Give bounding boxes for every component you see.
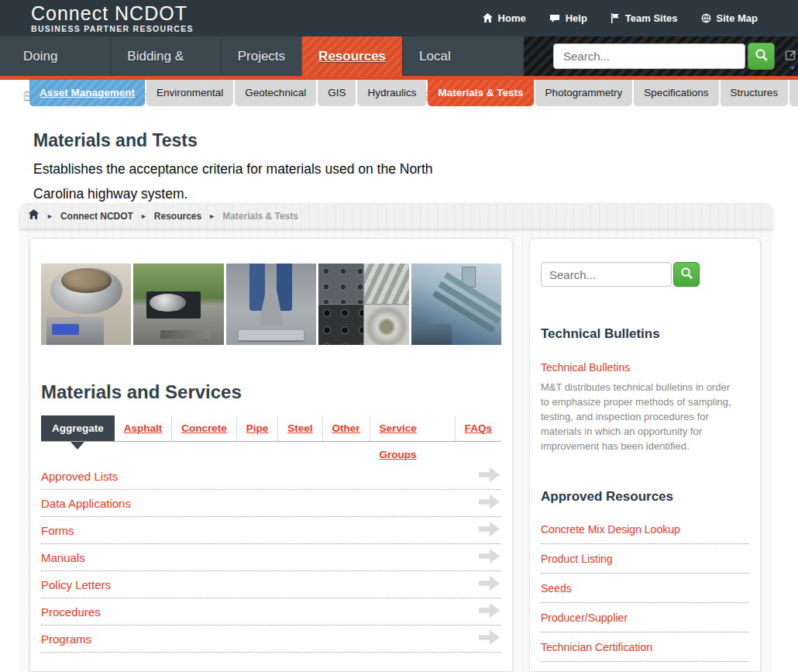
link-policy-letters[interactable]: Policy Letters [41,578,111,591]
utility-link-team-sites[interactable]: Team Sites [611,12,678,24]
utility-link-label: Home [498,12,526,24]
subnav-tab-geotechnical[interactable]: Geotechnical [235,80,316,106]
right-arrow-icon [479,495,500,512]
link-technician-certification[interactable]: Technician Certification [541,641,652,653]
breadcrumb-separator: ► [140,212,147,220]
home-icon [483,13,493,23]
nav-item-resources[interactable]: Resources [301,36,402,76]
content-wrapper: ► Connect NCDOT ► Resources ► Materials … [19,203,773,672]
utility-link-label: Team Sites [625,12,678,24]
breadcrumb-link-resources[interactable]: Resources [154,211,201,222]
list-item[interactable]: Forms [41,517,501,544]
link-product-listing[interactable]: Product Listing [541,553,613,565]
aggregate-links-list: Approved Lists Data Applications Forms M… [41,463,501,653]
link-procedures[interactable]: Procedures [41,605,101,619]
main-nav: Doing Business Bidding & Letting Project… [0,36,798,76]
active-tab-pointer-icon [71,442,84,450]
sidebar-search [541,262,749,287]
main-content-card: Materials and Services Aggregate Asphalt… [29,238,513,672]
nav-item-doing-business[interactable]: Doing Business [7,36,110,76]
photo-concrete-slump-test [226,264,316,345]
photo-aggregate-scale [41,264,131,345]
breadcrumb-home-icon[interactable] [28,209,40,222]
page-intro: Materials and Tests Establishes the acce… [33,130,483,206]
right-arrow-icon [479,630,500,648]
list-item[interactable]: Producer/Supplier [541,603,749,632]
photo-steel-bridge [411,264,501,345]
list-item[interactable]: Product Listing [541,544,749,574]
subnav-tab-specifications[interactable]: Specifications [634,80,718,106]
list-item[interactable]: Programs [41,625,501,653]
breadcrumb-separator: ► [208,212,215,220]
link-forms[interactable]: Forms [41,524,74,537]
right-arrow-icon [479,467,500,485]
help-icon [549,14,560,23]
list-item[interactable]: Approved Lists [41,463,501,490]
logo-title: Connect NCDOT [31,4,194,23]
utility-link-home[interactable]: Home [483,12,526,24]
approved-resources-heading: Approved Resources [541,489,749,505]
list-item[interactable]: Procedures [41,598,501,625]
list-item[interactable]: Minimum Sampling Guide [541,662,749,672]
tab-pipe[interactable]: Pipe [237,415,279,441]
breadcrumb-separator: ► [46,212,53,220]
tab-faqs[interactable]: FAQs [456,415,501,441]
link-data-applications[interactable]: Data Applications [41,497,131,510]
global-search-input[interactable] [553,43,745,69]
utility-link-label: Help [566,12,587,24]
tab-asphalt[interactable]: Asphalt [115,415,173,441]
page-description: Establishes the acceptance criteria for … [33,157,483,206]
materials-tabs: Aggregate Asphalt Concrete Pipe Steel Ot… [41,415,501,442]
tab-concrete[interactable]: Concrete [172,415,237,441]
breadcrumb-link-connect-ncdot[interactable]: Connect NCDOT [60,211,133,222]
link-programs[interactable]: Programs [41,632,91,646]
link-seeds[interactable]: Seeds [541,582,572,594]
tab-steel[interactable]: Steel [278,415,322,441]
sidebar-card: Technical Bulletins Technical Bulletins … [529,238,761,672]
site-logo[interactable]: Connect NCDOT BUSINESS PARTNER RESOURCES [31,4,194,33]
top-header: Connect NCDOT BUSINESS PARTNER RESOURCES… [0,0,798,36]
globe-icon [701,13,711,23]
nav-item-local-governments[interactable]: Local Governments [402,36,524,76]
photo-strip [41,264,501,345]
subnav-tab-gis[interactable]: GIS [318,80,356,106]
subnav-tab-asset-management[interactable]: Asset Management [29,80,145,106]
technical-bulletins-heading: Technical Bulletins [541,326,749,342]
utility-link-help[interactable]: Help [549,12,587,24]
list-item[interactable]: Manuals [41,544,501,571]
link-concrete-mix-design-lookup[interactable]: Concrete Mix Design Lookup [541,523,680,536]
tab-aggregate[interactable]: Aggregate [41,415,115,441]
list-item[interactable]: Data Applications [41,490,501,517]
subnav-tab-photogrammetry[interactable]: Photogrammetry [535,80,633,106]
page-actions-icon[interactable] [785,48,798,64]
tab-service-groups[interactable]: Service Groups [370,415,456,441]
list-item[interactable]: Policy Letters [41,571,501,598]
photo-pipes-collage [318,264,408,345]
subnav-tab-structures[interactable]: Structures [721,80,789,106]
global-search-button[interactable] [748,43,775,70]
logo-subtitle: BUSINESS PARTNER RESOURCES [31,25,194,33]
nav-item-bidding-letting[interactable]: Bidding & Letting [110,36,220,76]
subnav-tab-materials-tests[interactable]: Materials & Tests [428,80,533,106]
link-technical-bulletins[interactable]: Technical Bulletins [541,361,630,374]
list-item[interactable]: Concrete Mix Design Lookup [541,515,749,544]
link-manuals[interactable]: Manuals [41,551,85,564]
utility-link-site-map[interactable]: Site Map [701,12,758,24]
photo-asphalt-truck [133,264,223,345]
sidebar-search-input[interactable] [541,262,672,287]
tab-other[interactable]: Other [323,415,370,441]
link-producer-supplier[interactable]: Producer/Supplier [541,612,628,624]
nav-item-projects[interactable]: Projects [221,36,301,76]
list-item[interactable]: Seeds [541,574,749,603]
section-title: Materials and Services [41,381,501,403]
list-item[interactable]: Technician Certification [541,632,749,662]
link-approved-lists[interactable]: Approved Lists [41,470,118,483]
sub-nav: Asset Management Environmental Geotechni… [29,80,798,106]
subnav-tab-hydraulics[interactable]: Hydraulics [357,80,426,106]
breadcrumb: ► Connect NCDOT ► Resources ► Materials … [19,203,773,229]
breadcrumb-current: Materials & Tests [222,211,298,222]
subnav-tab-environmental[interactable]: Environmental [146,80,233,106]
sidebar-search-button[interactable] [673,262,700,287]
nav-search-area [524,36,798,76]
subnav-tab-traffic-safety[interactable]: Traffic Safety [789,80,798,106]
